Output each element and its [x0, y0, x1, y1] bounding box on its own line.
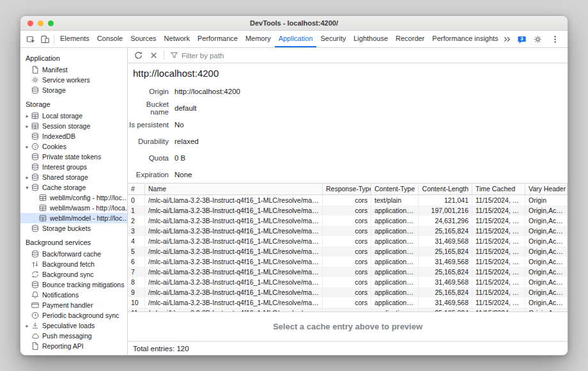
sidebar-item-local-storage[interactable]: ▸Local storage: [20, 111, 127, 121]
tab-label: Recorder: [396, 35, 424, 42]
sidebar-item-label: Interest groups: [42, 163, 87, 171]
cell: 25,165,824: [419, 246, 472, 257]
table-row-10[interactable]: 10/mlc-ai/Llama-3.2-3B-Instruct-q4f16_1-…: [128, 297, 568, 308]
tab-application[interactable]: Application: [275, 31, 317, 47]
column-header-content-type[interactable]: Content-Type: [371, 184, 419, 194]
cell: 31,469,568: [419, 257, 472, 267]
cell: Origin: [525, 195, 568, 205]
tab-performance-insights[interactable]: Performance insights: [428, 31, 499, 47]
tab-security[interactable]: Security: [316, 31, 350, 47]
table-row-5[interactable]: 5/mlc-ai/Llama-3.2-3B-Instruct-q4f16_1-M…: [128, 246, 568, 257]
sidebar-item-back-forward-cache[interactable]: Back/forward cache: [20, 249, 127, 259]
table-row-1[interactable]: 1/mlc-ai/Llama-3.2-3B-Instruct-q4f16_1-M…: [128, 205, 568, 216]
inspect-element-button[interactable]: [24, 32, 38, 46]
sidebar-section-background-services: Background services: [20, 233, 127, 249]
meta-label: Durability: [128, 138, 169, 145]
issues-counter[interactable]: 3: [517, 35, 527, 44]
table-row-6[interactable]: 6/mlc-ai/Llama-3.2-3B-Instruct-q4f16_1-M…: [128, 257, 568, 267]
sidebar-item-periodic-background-sync[interactable]: Periodic background sync: [20, 310, 127, 320]
table-row-7[interactable]: 7/mlc-ai/Llama-3.2-3B-Instruct-q4f16_1-M…: [128, 267, 568, 277]
cell: Origin,Access…: [525, 267, 568, 277]
cell: cors: [323, 297, 371, 308]
cell: 25,165,824: [419, 226, 472, 236]
sidebar-item-storage-buckets[interactable]: Storage buckets: [20, 223, 127, 233]
more-tabs-button[interactable]: [500, 32, 514, 46]
tab-performance[interactable]: Performance: [194, 31, 242, 47]
meta-row-quota: Quota0 B: [128, 150, 568, 166]
expand-arrow-icon[interactable]: ▸: [24, 144, 30, 150]
sidebar-item-background-sync[interactable]: Background sync: [20, 269, 127, 280]
sidebar-item-service-workers[interactable]: Service workers: [20, 75, 127, 85]
sidebar-item-background-fetch[interactable]: Background fetch: [20, 259, 127, 269]
sidebar-item-cookies[interactable]: ▸Cookies: [20, 141, 127, 152]
kebab-menu-button[interactable]: [548, 32, 562, 46]
device-toolbar-button[interactable]: [38, 32, 52, 46]
sidebar-item-webllm-config-http-loc[interactable]: webllm/config - http://loc…: [20, 193, 127, 203]
minimize-window-button[interactable]: [38, 20, 43, 26]
sidebar-item-interest-groups[interactable]: Interest groups: [20, 162, 127, 172]
sidebar-item-webllm-wasm-http-loca[interactable]: webllm/wasm - http://loca…: [20, 203, 127, 213]
sidebar-item-webllm-model-http-loc[interactable]: webllm/model - http://loc…: [20, 213, 127, 223]
sidebar-item-notifications[interactable]: Notifications: [20, 290, 127, 300]
expand-arrow-icon[interactable]: ▸: [24, 175, 30, 180]
table-row-2[interactable]: 2/mlc-ai/Llama-3.2-3B-Instruct-q4f16_1-M…: [128, 216, 568, 226]
cell: 8: [128, 277, 145, 287]
delete-selected-button[interactable]: [146, 49, 160, 63]
tab-network[interactable]: Network: [160, 31, 194, 47]
column-header-response-type[interactable]: Response-Type: [323, 184, 371, 194]
sidebar-item-session-storage[interactable]: ▸Session storage: [20, 121, 127, 131]
cell: 11/15/2024, 10…: [472, 246, 525, 257]
zoom-window-button[interactable]: [48, 20, 54, 26]
tab-console[interactable]: Console: [93, 31, 127, 47]
sidebar-item-label: Service workers: [42, 76, 90, 84]
expand-arrow-icon[interactable]: ▸: [24, 323, 30, 329]
sidebar-item-speculative-loads[interactable]: ▸Speculative loads: [20, 320, 127, 331]
column-header-content-length[interactable]: Content-Length: [419, 184, 472, 194]
close-window-button[interactable]: [27, 20, 33, 26]
table-row-3[interactable]: 3/mlc-ai/Llama-3.2-3B-Instruct-q4f16_1-M…: [128, 226, 568, 236]
expand-arrow-icon[interactable]: ▸: [24, 123, 30, 129]
grid-header: #NameResponse-TypeContent-TypeContent-Le…: [128, 183, 568, 195]
sync-icon: [31, 270, 40, 279]
expand-arrow-icon[interactable]: ▾: [24, 185, 30, 191]
sidebar-item-reporting-api[interactable]: Reporting API: [20, 341, 127, 351]
sidebar-item-private-state-tokens[interactable]: Private state tokens: [20, 152, 127, 162]
meta-row-origin: Originhttp://localhost:4200: [128, 83, 568, 100]
tab-sources[interactable]: Sources: [127, 31, 160, 47]
card-icon: [31, 301, 40, 310]
grid-body[interactable]: 0/mlc-ai/Llama-3.2-3B-Instruct-q4f16_1-M…: [128, 195, 568, 312]
filter-input[interactable]: Filter by path: [167, 51, 224, 59]
settings-gear-button[interactable]: [530, 32, 545, 46]
table-row-8[interactable]: 8/mlc-ai/Llama-3.2-3B-Instruct-q4f16_1-M…: [128, 277, 568, 287]
cell: 11/15/2024, 10…: [472, 267, 525, 277]
sidebar-item-cache-storage[interactable]: ▾Cache storage: [20, 182, 127, 193]
expand-arrow-icon[interactable]: ▸: [24, 113, 30, 119]
column-header-name[interactable]: Name: [145, 184, 323, 194]
tab-elements[interactable]: Elements: [56, 31, 93, 47]
sidebar-item-indexeddb[interactable]: IndexedDB: [20, 131, 127, 141]
tab-recorder[interactable]: Recorder: [392, 31, 428, 47]
table-row-0[interactable]: 0/mlc-ai/Llama-3.2-3B-Instruct-q4f16_1-M…: [128, 195, 568, 205]
table-row-9[interactable]: 9/mlc-ai/Llama-3.2-3B-Instruct-q4f16_1-M…: [128, 287, 568, 297]
sidebar-item-storage[interactable]: Storage: [20, 85, 127, 95]
column-header-time-cached[interactable]: Time Cached: [472, 184, 525, 194]
cell: application/oc…: [371, 246, 419, 257]
column-header-[interactable]: #: [128, 184, 145, 194]
tab-memory[interactable]: Memory: [242, 31, 275, 47]
sidebar-item-manifest[interactable]: Manifest: [20, 65, 127, 75]
sidebar-item-payment-handler[interactable]: Payment handler: [20, 300, 127, 310]
fetch-icon: [31, 260, 40, 269]
meta-value: None: [174, 171, 192, 178]
sidebar-item-push-messaging[interactable]: Push messaging: [20, 331, 127, 341]
column-header-vary-header[interactable]: Vary Header: [525, 184, 568, 194]
window-titlebar[interactable]: DevTools - localhost:4200/: [20, 16, 568, 31]
clock-icon: [31, 311, 40, 320]
tab-label: Security: [320, 35, 346, 42]
sidebar-item-shared-storage[interactable]: ▸Shared storage: [20, 172, 127, 182]
cell: Origin,Access…: [525, 257, 568, 267]
cell: 3: [128, 226, 145, 236]
sidebar-item-bounce-tracking-mitigations[interactable]: Bounce tracking mitigations: [20, 280, 127, 290]
refresh-button[interactable]: [131, 49, 145, 63]
tab-lighthouse[interactable]: Lighthouse: [350, 31, 392, 47]
table-row-4[interactable]: 4/mlc-ai/Llama-3.2-3B-Instruct-q4f16_1-M…: [128, 236, 568, 246]
